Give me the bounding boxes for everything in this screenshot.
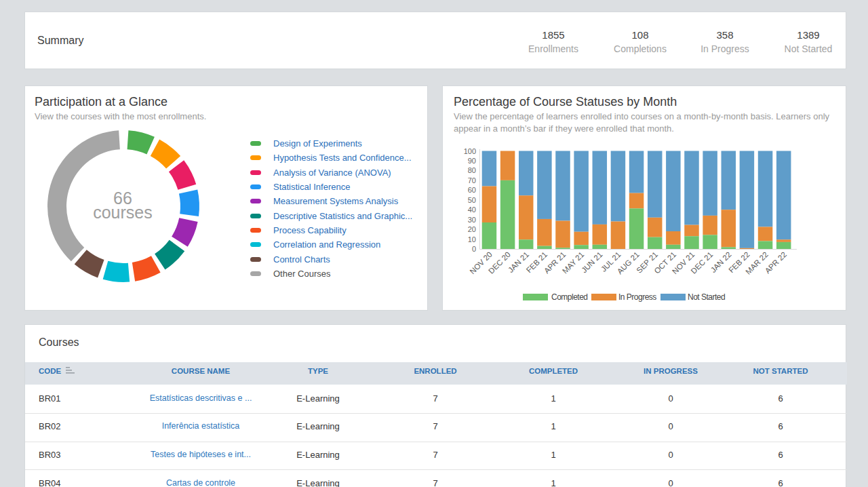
svg-text:40: 40 — [468, 206, 476, 214]
svg-text:30: 30 — [468, 216, 476, 224]
svg-text:70: 70 — [468, 176, 476, 184]
svg-text:0: 0 — [472, 245, 476, 253]
svg-text:60: 60 — [468, 186, 476, 194]
svg-text:50: 50 — [468, 196, 476, 204]
svg-text:JUN 21: JUN 21 — [580, 250, 604, 275]
svg-text:100: 100 — [464, 147, 476, 155]
svg-text:80: 80 — [468, 166, 476, 174]
svg-text:20: 20 — [468, 225, 476, 233]
svg-text:90: 90 — [468, 157, 476, 165]
svg-text:10: 10 — [468, 235, 476, 244]
